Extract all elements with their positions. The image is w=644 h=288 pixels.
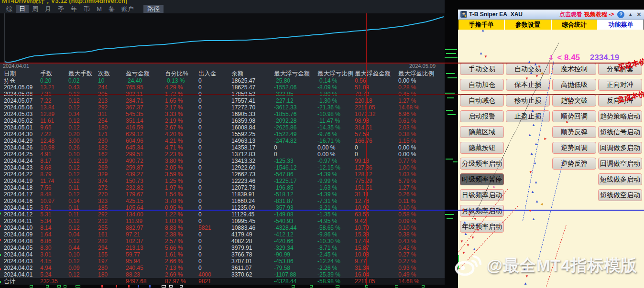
collapse-icon[interactable]: ▲ xyxy=(628,12,633,17)
table-cell: 272 xyxy=(98,184,108,191)
ea-button-r2c0[interactable]: 自动减仓 xyxy=(460,95,504,107)
tab-3[interactable]: 功能菜单 xyxy=(598,20,644,30)
table-cell: -2092.28 xyxy=(274,117,296,124)
table-cell: 0 xyxy=(198,111,202,117)
ea-button-r1c2[interactable]: 高抛低吸 xyxy=(552,79,596,91)
ea-button-r3c0[interactable]: 启动报警 xyxy=(460,110,504,122)
table-cell: 0.11 xyxy=(68,184,79,191)
ea-titlebar[interactable]: T-B Sniper EA_XAU 点击观看 视频教程 -> ? ▲ ✕ xyxy=(458,10,644,20)
table-cell: 2.19 % xyxy=(165,117,183,124)
trade-arrow-icon: ► xyxy=(566,120,569,124)
column-header: 最大浮盈比例 xyxy=(398,70,434,77)
table-row: 2024.04.248.170.12219490.723.80 %013413.… xyxy=(0,158,445,164)
table-cell: 1.03 % xyxy=(165,218,183,224)
table-cell: -420.66 xyxy=(274,238,294,245)
ea-button-r1c3[interactable]: 正向对冲 xyxy=(598,79,642,91)
menu-item-2[interactable]: 周 xyxy=(29,5,42,13)
ea-button-r0c2[interactable]: 魔术控制 xyxy=(552,63,596,75)
table-cell: 14963.13 xyxy=(231,138,255,144)
trade-arrow-icon: ▼ xyxy=(525,77,529,81)
path-button[interactable]: 路径 xyxy=(143,5,164,13)
table-cell: 4.21 % xyxy=(165,138,183,144)
ea-button-r5c2[interactable]: 逆势回调 xyxy=(552,142,596,154)
ea-button-r5c3[interactable]: 回调做多启动 xyxy=(598,142,642,154)
table-cell: -125.33 xyxy=(274,158,294,164)
ea-button-r8c3[interactable]: 短线做空启动 xyxy=(598,189,642,201)
ea-button-r0c0[interactable]: 手动交易 xyxy=(460,63,504,75)
table-cell: 8.17 xyxy=(40,158,51,164)
table-cell: -21.36 % xyxy=(317,104,340,111)
menu-item-4[interactable]: 季 xyxy=(55,5,67,13)
ea-button-r1c0[interactable]: 自动加仓 xyxy=(460,79,504,91)
candle-sliver xyxy=(76,285,80,288)
table-row: 2024.04.238.680.12269259.872.05 %012922.… xyxy=(0,164,445,171)
ea-button-r5c0[interactable]: 隐藏按钮 xyxy=(460,142,504,154)
trade-arrow-icon: ▼ xyxy=(460,240,464,244)
table-cell: -831.87 xyxy=(274,198,294,204)
table-cell: 1.15 % xyxy=(398,138,416,144)
table-cell: 6.96 % xyxy=(398,111,416,117)
red-level-line-upper xyxy=(0,63,644,64)
ea-panel: T-B Sniper EA_XAU 点击观看 视频教程 -> ? ▲ ✕ 手撸千… xyxy=(458,0,644,288)
table-cell: 0.12 xyxy=(68,104,79,111)
table-cell: 0.12 xyxy=(68,124,79,131)
candle-sliver xyxy=(57,285,61,288)
table-cell: 0.26 % xyxy=(398,191,416,198)
menu-item-0[interactable]: 综 xyxy=(3,5,16,13)
ea-button-r9c0[interactable]: 月级频率启动 xyxy=(460,205,504,217)
table-cell: 0 xyxy=(198,245,202,251)
ea-button-r4c2[interactable]: 顺势反弹 xyxy=(552,126,596,138)
menu-item-7[interactable]: M xyxy=(93,5,105,13)
table-cell: 0 xyxy=(198,258,202,265)
close-icon[interactable]: ✕ xyxy=(636,11,642,18)
ea-button-r6c3[interactable]: 回调做空启动 xyxy=(598,158,642,170)
table-cell: 3.00 xyxy=(68,138,79,144)
price-level-dash xyxy=(448,114,456,115)
tab-2[interactable]: 综合统计 xyxy=(552,20,597,30)
trade-arrow-icon: ▲ xyxy=(534,63,537,66)
menu-item-1[interactable]: 日 xyxy=(16,5,29,13)
table-cell: 2024.05.03 xyxy=(4,111,33,117)
table-cell: -10.30 % xyxy=(317,238,340,245)
menu-item-8[interactable]: 备 xyxy=(105,5,118,13)
ea-tabs: 手撸千单参数设置综合统计功能菜单 xyxy=(458,20,644,30)
menu-item-3[interactable]: 月 xyxy=(42,5,55,13)
ea-button-r7c3[interactable]: 短线做多启动 xyxy=(598,173,642,185)
table-cell: 2211.05 xyxy=(355,278,375,285)
table-cell: 765.95 xyxy=(126,84,143,91)
menu-item-5[interactable]: 年 xyxy=(67,5,80,13)
trade-arrow-icon: ► xyxy=(492,185,496,189)
table-cell: -0.13 % xyxy=(165,77,185,84)
table-cell: 0.00 % xyxy=(317,151,335,158)
table-cell: 0.02 xyxy=(68,77,79,84)
ea-button-r4c0[interactable]: 隐藏区域 xyxy=(460,126,504,138)
table-cell: 12223.46 xyxy=(231,178,255,184)
ea-button-r4c3[interactable]: 短线信号启动 xyxy=(598,126,642,138)
table-cell: -227.12 xyxy=(274,97,294,104)
table-cell: 51.09 xyxy=(355,84,369,91)
ea-button-r3c3[interactable]: 趋势策略启动 xyxy=(598,110,642,122)
table-cell: -79.58 xyxy=(274,265,290,271)
trade-arrow-icon: ▲ xyxy=(463,221,467,224)
column-header: 手数 xyxy=(40,70,52,77)
help-icon[interactable]: ? xyxy=(617,11,624,18)
ea-button-r6c2[interactable]: 逆势反弹 xyxy=(552,158,596,170)
table-cell: 0 xyxy=(355,144,358,151)
ea-button-r7c0[interactable]: 时级频率暂停 xyxy=(460,173,504,185)
table-cell: 311 xyxy=(98,111,107,117)
tab-1[interactable]: 参数设置 xyxy=(505,20,550,30)
ea-button-r3c2[interactable]: 顺势回调 xyxy=(552,110,596,122)
table-cell: 179.67 xyxy=(126,191,143,198)
table-row: 2024.05.0312.890.34311545.353.33 %016905… xyxy=(0,111,445,117)
trade-arrow-icon: ▲ xyxy=(528,133,532,137)
menu-item-9[interactable]: 账户 xyxy=(118,5,137,13)
ea-button-r2c2[interactable]: 趋势突破 xyxy=(552,95,596,107)
video-tutorial-link[interactable]: 视频教程 -> xyxy=(584,11,614,19)
table-cell: 0 xyxy=(198,138,202,144)
table-cell: 12072.73 xyxy=(231,184,255,191)
table-cell: 0 xyxy=(274,144,277,151)
table-row: 2024.05.0211.610.12254351.142.19 %016359… xyxy=(0,117,445,124)
table-cell: 3766.78 xyxy=(231,251,252,258)
period-menu: 综日周月季年币M备账户 xyxy=(3,5,137,13)
menu-item-6[interactable]: 币 xyxy=(80,5,93,13)
